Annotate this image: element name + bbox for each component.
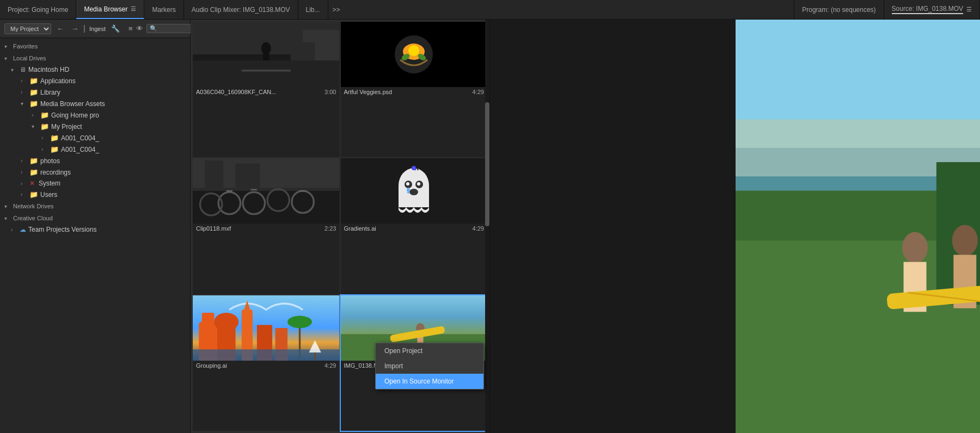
media-item-clip2[interactable]: Artful Veggies.psd 4:29 — [341, 22, 488, 157]
svg-point-33 — [407, 188, 410, 192]
scrollbar-thumb[interactable] — [485, 102, 489, 226]
source-video — [736, 20, 981, 433]
media-item-clip5[interactable]: Grouping.ai 4:29 — [193, 295, 340, 431]
clip3-name: Clip0118.mxf — [196, 225, 231, 232]
context-menu-import[interactable]: Import — [376, 358, 483, 374]
network-drives-section[interactable]: ▾ Network Drives — [0, 200, 190, 212]
recordings-item[interactable]: › 📁 recordings — [0, 166, 190, 178]
project-select[interactable]: My Project — [4, 23, 51, 34]
media-grid-panel: A036C040_160908KF_CAN... 3:00 — [191, 20, 490, 433]
local-drives-label: Local Drives — [13, 55, 46, 61]
recordings-icon: 📁 — [29, 168, 38, 176]
svg-point-32 — [409, 189, 418, 195]
a001-c004-1-item[interactable]: › 📁 A001_C004_ — [0, 132, 190, 144]
panel-toolbar: My Project ← → Ingest 🔧 ≡ 👁 🔍 — [0, 20, 190, 38]
tab-markers[interactable]: Markers — [144, 0, 183, 19]
media-browser-assets-item[interactable]: ▾ 📁 Media Browser Assets — [0, 98, 190, 109]
context-menu: Open Project Import Open In Source Monit… — [375, 343, 484, 389]
tab-audio-clip-mixer[interactable]: Audio Clip Mixer: IMG_0138.MOV — [184, 0, 298, 19]
clip1-label: A036C040_160908KF_CAN... 3:00 — [193, 87, 340, 97]
source-monitor — [736, 20, 981, 433]
macintosh-hd-item[interactable]: ▾ 🖥 Macintosh HD — [0, 64, 190, 75]
tab-source-label: Source: IMG_0138.MOV — [892, 5, 963, 14]
photos-icon: 📁 — [29, 157, 38, 165]
clip3-label: Clip0118.mxf 2:23 — [193, 224, 340, 234]
team-projects-label: Team Projects Versions — [28, 226, 96, 233]
team-projects-icon: ☁ — [20, 226, 26, 233]
system-item[interactable]: › ✕ System — [0, 178, 190, 189]
a001-c004-2-label: A001_C004_ — [61, 146, 99, 153]
svg-point-62 — [902, 232, 927, 263]
main-content: My Project ← → Ingest 🔧 ≡ 👁 🔍 — [0, 20, 980, 433]
tab-program[interactable]: Program: (no sequences) — [794, 0, 884, 19]
clip2-name: Artful Veggies.psd — [344, 89, 393, 95]
svg-rect-25 — [236, 164, 260, 188]
media-browser-assets-label: Media Browser Assets — [40, 100, 105, 108]
filter-icon[interactable]: ≡ — [128, 24, 133, 33]
wrench-button[interactable]: 🔧 — [109, 23, 122, 34]
local-drives-section[interactable]: ▾ Local Drives — [0, 52, 190, 64]
tab-source[interactable]: Source: IMG_0138.MOV ☰ — [884, 0, 980, 19]
photos-label: photos — [40, 157, 60, 165]
going-home-pro-item[interactable]: › 📁 Going Home pro — [0, 109, 190, 121]
svg-rect-6 — [193, 60, 340, 87]
tab-media-browser[interactable]: Media Browser ☰ — [76, 0, 144, 19]
menu-icon[interactable]: ☰ — [131, 5, 136, 13]
media-browser-assets-chevron: ▾ — [21, 101, 27, 107]
clip4-duration: 4:29 — [473, 225, 484, 232]
system-chevron: › — [21, 181, 27, 187]
svg-rect-37 — [202, 313, 214, 325]
svg-point-30 — [406, 182, 409, 185]
search-icon: 🔍 — [150, 25, 157, 32]
a001-c004-2-item[interactable]: › 📁 A001_C004_ — [0, 144, 190, 155]
tab-program-label: Program: (no sequences) — [802, 6, 875, 14]
tab-overflow[interactable]: >> — [328, 0, 345, 19]
users-icon: 📁 — [29, 190, 38, 199]
applications-label: Applications — [40, 77, 76, 85]
macintosh-hd-label: Macintosh HD — [28, 66, 69, 73]
team-projects-item[interactable]: › ☁ Team Projects Versions — [0, 224, 190, 235]
library-item[interactable]: › 📁 Library — [0, 86, 190, 98]
tab-library[interactable]: Lib... — [298, 0, 328, 19]
media-item-clip1[interactable]: A036C040_160908KF_CAN... 3:00 — [193, 22, 340, 157]
context-menu-open-source-monitor[interactable]: Open In Source Monitor — [376, 374, 483, 389]
monitor-area — [490, 20, 980, 433]
going-home-pro-icon: 📁 — [40, 111, 49, 119]
clip3-duration: 2:23 — [324, 225, 336, 232]
users-chevron: › — [21, 191, 27, 197]
ingest-checkbox[interactable] — [84, 25, 85, 33]
my-project-item[interactable]: ▾ 📁 My Project — [0, 121, 190, 132]
media-item-clip3[interactable]: Clip0118.mxf 2:23 — [193, 158, 340, 294]
photos-chevron: › — [21, 158, 27, 164]
clip4-label: Gradients.ai 4:29 — [341, 224, 488, 234]
applications-folder-icon: 📁 — [29, 77, 38, 85]
media-item-clip4[interactable]: Gradients.ai 4:29 — [341, 158, 488, 294]
forward-button[interactable]: → — [69, 23, 81, 34]
context-menu-open-project[interactable]: Open Project — [376, 343, 483, 358]
creative-cloud-section[interactable]: ▾ Creative Cloud — [0, 212, 190, 224]
favorites-chevron: ▾ — [4, 44, 11, 50]
svg-point-64 — [952, 225, 977, 256]
clip1-thumb — [193, 22, 340, 87]
clip2-label: Artful Veggies.psd 4:29 — [341, 87, 488, 97]
library-chevron: › — [21, 89, 27, 95]
svg-point-34 — [412, 166, 416, 170]
clip4-thumb — [341, 158, 488, 224]
scrollbar-vertical[interactable] — [485, 20, 489, 433]
my-project-label: My Project — [51, 123, 82, 131]
eye-icon[interactable]: 👁 — [136, 24, 143, 33]
clip5-duration: 4:29 — [324, 362, 336, 369]
applications-item[interactable]: › 📁 Applications — [0, 75, 190, 86]
recordings-label: recordings — [40, 169, 71, 176]
users-label: Users — [40, 191, 57, 199]
favorites-section[interactable]: ▾ Favorites — [0, 40, 190, 52]
photos-item[interactable]: › 📁 photos — [0, 155, 190, 166]
users-item[interactable]: › 📁 Users — [0, 189, 190, 200]
back-button[interactable]: ← — [54, 23, 66, 34]
a001-c004-1-chevron: › — [41, 135, 48, 141]
media-browser-assets-icon: 📁 — [29, 100, 38, 108]
tab-project[interactable]: Project: Going Home — [0, 0, 76, 19]
tab-project-label: Project: Going Home — [8, 6, 68, 14]
source-menu-icon[interactable]: ☰ — [966, 6, 972, 13]
local-drives-chevron: ▾ — [4, 55, 11, 61]
